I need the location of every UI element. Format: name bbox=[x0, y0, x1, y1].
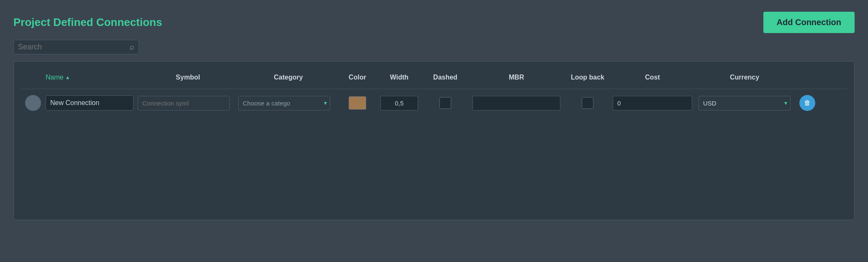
currency-select[interactable]: USD EUR GBP JPY CHF bbox=[699, 96, 791, 110]
col-header-name: Name ▲ bbox=[46, 74, 138, 81]
symbol-cell bbox=[138, 96, 238, 110]
page-title: Project Defined Connections bbox=[13, 16, 162, 29]
add-connection-button[interactable]: Add Connection bbox=[763, 12, 855, 33]
col-header-width: Width bbox=[376, 74, 422, 81]
col-header-dashed: Dashed bbox=[422, 74, 468, 81]
search-input[interactable] bbox=[18, 43, 127, 51]
cost-cell bbox=[611, 96, 694, 110]
col-header-symbol: Symbol bbox=[138, 74, 238, 81]
table-header-row: Name ▲ Symbol Category Color Width Dashe… bbox=[21, 70, 847, 89]
delete-button[interactable]: 🗑 bbox=[799, 95, 815, 111]
col-header-currency: Currency bbox=[694, 74, 795, 81]
loopback-checkbox[interactable] bbox=[582, 97, 593, 109]
color-cell bbox=[339, 96, 376, 110]
col-header-mbr: MBR bbox=[468, 74, 565, 81]
search-bar: ⌕ bbox=[13, 40, 139, 54]
dashed-cell bbox=[422, 97, 468, 109]
name-input[interactable] bbox=[46, 95, 134, 110]
width-cell bbox=[376, 96, 422, 110]
cost-input[interactable] bbox=[613, 96, 692, 110]
category-select-wrapper: Choose a catego ▾ bbox=[238, 96, 330, 110]
loopback-cell bbox=[565, 97, 611, 109]
mbr-cell bbox=[468, 96, 565, 110]
name-cell bbox=[46, 95, 138, 110]
table-container: Name ▲ Symbol Category Color Width Dashe… bbox=[13, 61, 855, 220]
col-header-loopback: Loop back bbox=[565, 73, 611, 81]
symbol-input[interactable] bbox=[138, 96, 230, 110]
category-cell: Choose a catego ▾ bbox=[238, 96, 339, 110]
dashed-checkbox[interactable] bbox=[439, 97, 451, 109]
col-header-category: Category bbox=[238, 74, 339, 81]
col-header-color: Color bbox=[339, 74, 376, 81]
drag-handle[interactable] bbox=[25, 95, 41, 111]
mbr-input[interactable] bbox=[473, 96, 560, 110]
trash-icon: 🗑 bbox=[804, 99, 811, 107]
currency-select-wrapper: USD EUR GBP JPY CHF ▾ bbox=[699, 96, 791, 110]
col-header-cost: Cost bbox=[611, 74, 694, 81]
category-select[interactable]: Choose a catego bbox=[238, 96, 330, 110]
sort-arrow-icon: ▲ bbox=[65, 74, 70, 80]
width-input[interactable] bbox=[380, 96, 418, 110]
search-icon: ⌕ bbox=[130, 43, 134, 51]
color-swatch[interactable] bbox=[349, 96, 366, 110]
drag-handle-cell bbox=[21, 95, 46, 111]
currency-cell: USD EUR GBP JPY CHF ▾ bbox=[694, 96, 795, 110]
action-cell: 🗑 bbox=[795, 95, 820, 111]
page-container: Project Defined Connections Add Connecti… bbox=[0, 0, 868, 229]
header-row: Project Defined Connections Add Connecti… bbox=[13, 12, 855, 33]
table-row: Choose a catego ▾ bbox=[21, 89, 847, 117]
